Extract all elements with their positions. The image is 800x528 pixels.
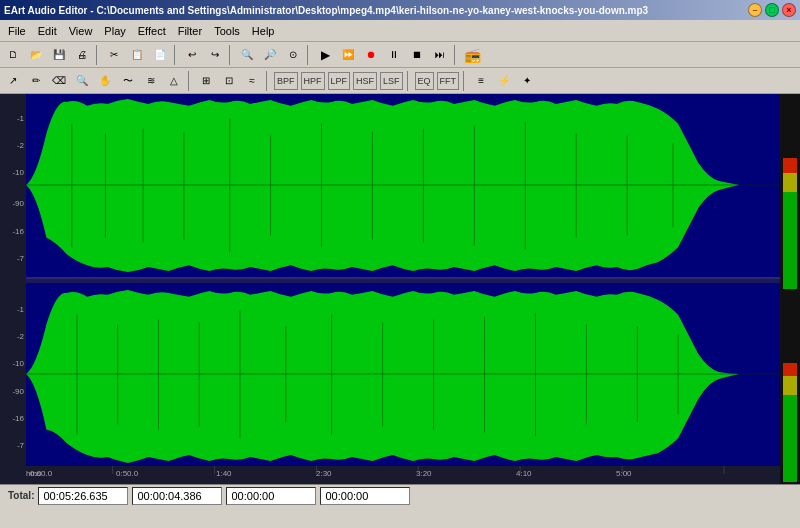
pos2-value-text: 00:00:00 (231, 490, 274, 502)
cut-button[interactable]: ✂ (103, 44, 125, 66)
y-label-5: -16 (12, 227, 24, 236)
fft-button[interactable]: FFT (437, 72, 460, 90)
zoom-reset-button[interactable]: ⊙ (282, 44, 304, 66)
menu-filter[interactable]: Filter (172, 23, 208, 39)
y-label-2: -2 (17, 141, 24, 150)
channel1-waveform (26, 94, 780, 277)
close-button[interactable]: × (782, 3, 796, 17)
time-ruler: hms 0:00.0 0:50.0 1:40 2:30 3:20 4:10 5:… (26, 466, 780, 484)
graph-button[interactable]: ≡ (470, 70, 492, 92)
titlebar-controls: – □ × (748, 3, 796, 17)
main-area: -1 -2 -10 -90 -16 -7 -1 -2 -10 -90 -16 -… (0, 94, 800, 484)
total-value: 00:05:26.635 (38, 487, 128, 505)
y-label-1: -1 (17, 114, 24, 123)
wave-tool[interactable]: 〜 (117, 70, 139, 92)
pos3-value-text: 00:00:00 (325, 490, 368, 502)
envelope-tool[interactable]: △ (163, 70, 185, 92)
vu-bar-right (783, 290, 797, 483)
y-label-11: -16 (12, 414, 24, 423)
statusbar: Total: 00:05:26.635 00:00:04.386 00:00:0… (0, 484, 800, 506)
star-button[interactable]: ✦ (516, 70, 538, 92)
hpf-button[interactable]: HPF (301, 72, 325, 90)
eraser-tool[interactable]: ⌫ (48, 70, 70, 92)
spectrum-tool[interactable]: ≋ (140, 70, 162, 92)
save-button[interactable]: 💾 (48, 44, 70, 66)
menu-edit[interactable]: Edit (32, 23, 63, 39)
stop-button[interactable]: ⏹ (406, 44, 428, 66)
zoom-tool[interactable]: 🔍 (71, 70, 93, 92)
separator1 (96, 45, 100, 65)
separator7 (266, 71, 270, 91)
fast-forward-button[interactable]: ⏩ (337, 44, 359, 66)
menu-effect[interactable]: Effect (132, 23, 172, 39)
zoom-out-button[interactable]: 🔎 (259, 44, 281, 66)
hsf-button[interactable]: HSF (353, 72, 377, 90)
skip-end-button[interactable]: ⏭ (429, 44, 451, 66)
channel1 (26, 94, 780, 279)
vu-red-right (783, 363, 797, 376)
y-label-10: -90 (12, 387, 24, 396)
separator4 (307, 45, 311, 65)
open-button[interactable]: 📂 (25, 44, 47, 66)
freq-tool[interactable]: ≈ (241, 70, 263, 92)
normalize-tool[interactable]: ⊞ (195, 70, 217, 92)
lpf-button[interactable]: LPF (328, 72, 351, 90)
menu-view[interactable]: View (63, 23, 99, 39)
copy-button[interactable]: 📋 (126, 44, 148, 66)
y-label-6: -7 (17, 254, 24, 263)
menu-file[interactable]: File (2, 23, 32, 39)
vu-green-right (783, 395, 797, 482)
play-button[interactable]: ▶ (314, 44, 336, 66)
pos3-value: 00:00:00 (320, 487, 410, 505)
toolbar2: ↗ ✏ ⌫ 🔍 ✋ 〜 ≋ △ ⊞ ⊡ ≈ BPF HPF LPF HSF LS… (0, 68, 800, 94)
vu-yellow-left (783, 173, 797, 192)
waveform-container[interactable]: hms 0:00.0 0:50.0 1:40 2:30 3:20 4:10 5:… (26, 94, 780, 484)
redo-button[interactable]: ↪ (204, 44, 226, 66)
eq-button[interactable]: EQ (415, 72, 434, 90)
vu-meter (780, 94, 800, 484)
minimize-button[interactable]: – (748, 3, 762, 17)
total-value-text: 00:05:26.635 (43, 490, 107, 502)
pos1-value: 00:00:04.386 (132, 487, 222, 505)
separator8 (407, 71, 411, 91)
vu-bar-left (783, 96, 797, 289)
channel2-waveform (26, 283, 780, 466)
hand-tool[interactable]: ✋ (94, 70, 116, 92)
titlebar: EArt Audio Editor - C:\Documents and Set… (0, 0, 800, 20)
radio-button[interactable]: 📻 (461, 44, 483, 66)
menu-help[interactable]: Help (246, 23, 281, 39)
y-axis: -1 -2 -10 -90 -16 -7 -1 -2 -10 -90 -16 -… (0, 94, 26, 484)
y-label-8: -2 (17, 332, 24, 341)
y-label-12: -7 (17, 441, 24, 450)
paste-button[interactable]: 📄 (149, 44, 171, 66)
vu-green-left (783, 192, 797, 288)
y-label-7: -1 (17, 305, 24, 314)
channel2 (26, 283, 780, 466)
record-button[interactable]: ⏺ (360, 44, 382, 66)
separator3 (229, 45, 233, 65)
y-label-9: -10 (12, 359, 24, 368)
lsf-button[interactable]: LSF (380, 72, 403, 90)
separator9 (463, 71, 467, 91)
maximize-button[interactable]: □ (765, 3, 779, 17)
print-button[interactable]: 🖨 (71, 44, 93, 66)
separator6 (188, 71, 192, 91)
amplify-tool[interactable]: ⊡ (218, 70, 240, 92)
vu-red-left (783, 158, 797, 173)
titlebar-title: EArt Audio Editor - C:\Documents and Set… (4, 5, 648, 16)
zoom-in-button[interactable]: 🔍 (236, 44, 258, 66)
pencil-tool[interactable]: ✏ (25, 70, 47, 92)
menu-tools[interactable]: Tools (208, 23, 246, 39)
toolbar1: 🗋 📂 💾 🖨 ✂ 📋 📄 ↩ ↪ 🔍 🔎 ⊙ ▶ ⏩ ⏺ ⏸ ⏹ ⏭ 📻 (0, 42, 800, 68)
thunder-button[interactable]: ⚡ (493, 70, 515, 92)
menubar: FileEditViewPlayEffectFilterToolsHelp (0, 20, 800, 42)
menu-play[interactable]: Play (98, 23, 131, 39)
pause-button[interactable]: ⏸ (383, 44, 405, 66)
y-label-3: -10 (12, 168, 24, 177)
undo-button[interactable]: ↩ (181, 44, 203, 66)
select-tool[interactable]: ↗ (2, 70, 24, 92)
total-label: Total: (4, 490, 38, 501)
new-button[interactable]: 🗋 (2, 44, 24, 66)
bpf-button[interactable]: BPF (274, 72, 298, 90)
y-label-4: -90 (12, 199, 24, 208)
